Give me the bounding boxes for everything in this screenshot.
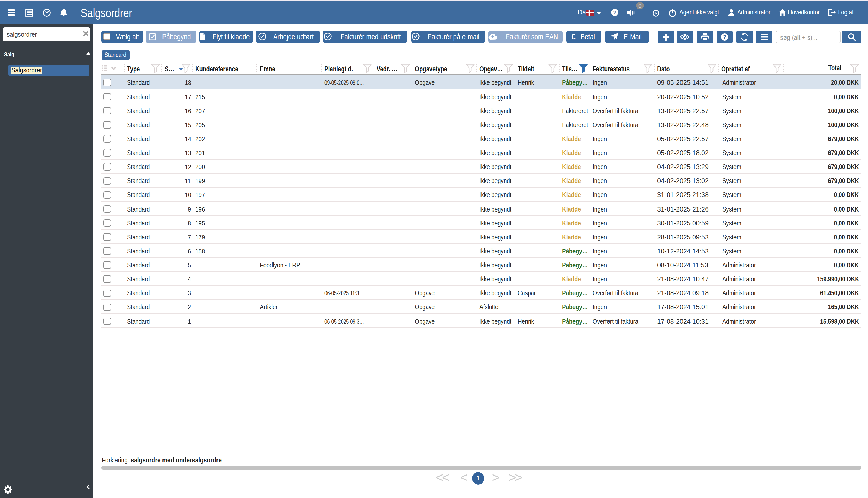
svg-text:?: ? — [613, 9, 616, 15]
svg-text:?: ? — [723, 34, 726, 40]
